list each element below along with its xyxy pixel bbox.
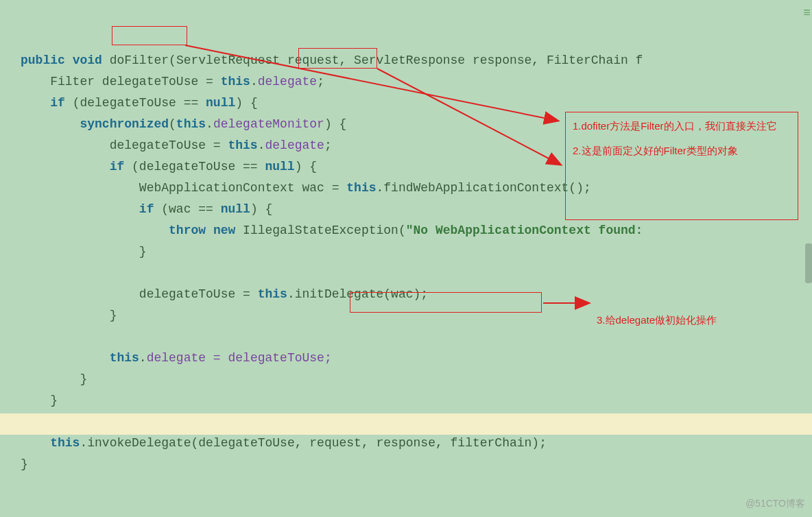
type-wac: WebApplicationContext wac = [139,181,346,195]
kw-this: this [221,75,250,88]
kw-public: public [21,53,65,67]
method-invoke: invokeDelegate(delegateToUse, request, r… [87,436,547,450]
annotation-1: 1.dofiter方法是Filter的入口，我们直接关注它 [573,118,791,134]
kw-void: void [73,53,102,67]
annotation-3: 3.给delegate做初始化操作 [597,313,717,327]
sig-rest: (ServletRequest request, ServletResponse… [169,53,643,67]
method-findwac: findWebApplicationContext(); [383,181,590,195]
field-delegatemonitor: delegateMonitor [213,117,324,131]
scrollbar-thumb[interactable] [805,243,812,283]
kw-if: if [50,96,65,110]
kw-throw: throw [169,224,206,237]
assign-back: delegate = delegateToUse; [147,351,332,365]
method-dofilter: doFilter [110,53,169,67]
field-delegate: delegate [258,75,317,88]
kw-new: new [213,224,235,237]
annotation-2: 2.这是前面定义好的Filter类型的对象 [573,143,791,159]
hamburger-icon[interactable]: ≡ [803,3,809,24]
watermark: @51CTO博客 [745,493,805,514]
code-block: public void doFilter(ServletRequest requ… [0,0,812,475]
annotation-box-1: 1.dofiter方法是Filter的入口，我们直接关注它 2.这是前面定义好的… [565,112,798,220]
var-delegate: delegateToUse = [95,75,221,88]
type-filter: Filter [50,75,95,88]
kw-synchronized: synchronized [80,117,169,131]
method-initdelegate: initDelegate(wac); [295,287,428,301]
string-literal: "No WebApplicationContext found: [406,224,643,237]
